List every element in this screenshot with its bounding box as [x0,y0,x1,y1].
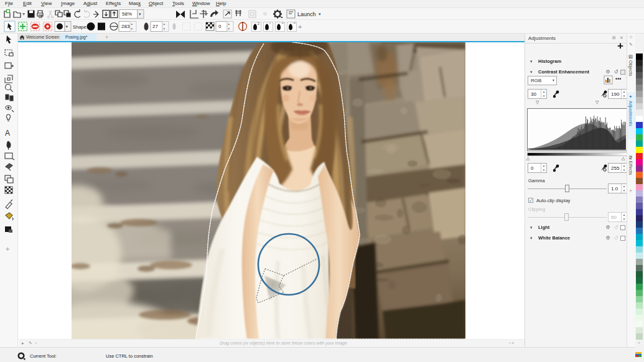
svg-text:▾: ▾ [319,12,321,16]
svg-text:58%: 58% [122,11,132,17]
svg-text:℠: ℠ [293,22,296,26]
svg-text:27: 27 [152,24,158,29]
svg-text:0: 0 [218,24,222,29]
svg-text:℠: ℠ [281,22,284,26]
svg-text:+: + [6,245,9,253]
svg-text:A: A [5,129,10,137]
svg-text:+: + [298,23,302,30]
svg-text:▾: ▾ [22,11,25,17]
svg-text:2: 2 [258,22,259,26]
svg-text:▾: ▾ [66,24,68,29]
svg-text:283: 283 [121,24,130,29]
svg-text:Shape:: Shape: [73,24,88,30]
svg-text:Launch: Launch [297,11,316,17]
svg-text:▾: ▾ [139,12,141,16]
svg-text:º: º [269,22,271,26]
